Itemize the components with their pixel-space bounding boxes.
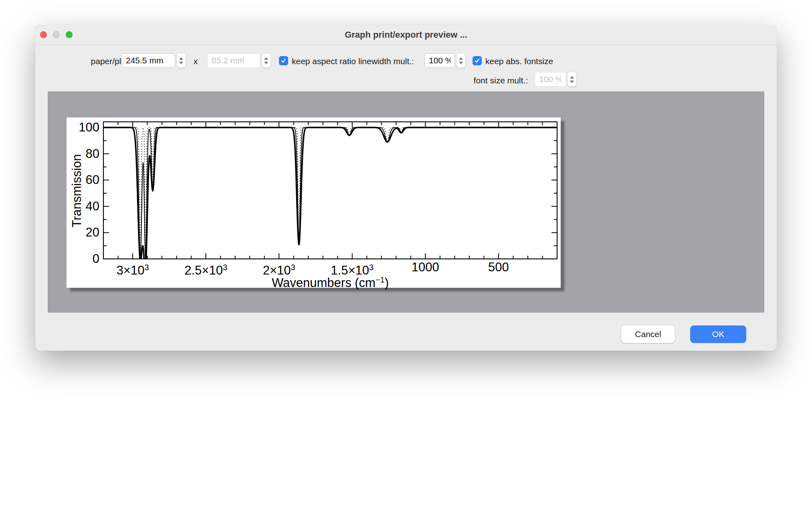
spectrum-plot: [67, 117, 561, 288]
keep-aspect-label: keep aspect ratio: [292, 56, 356, 67]
stepper-down-icon[interactable]: [459, 62, 463, 64]
cancel-button[interactable]: Cancel: [621, 325, 675, 343]
stepper-down-icon[interactable]: [264, 62, 268, 64]
keep-fontsize-checkbox[interactable]: [473, 56, 482, 65]
spectrum-curve: [103, 127, 557, 259]
titlebar: Graph print/export preview ...: [35, 25, 777, 45]
window-title: Graph print/export preview ...: [35, 25, 777, 44]
stepper-up-icon[interactable]: [459, 57, 463, 60]
spectrum-curve: [103, 127, 557, 259]
checkmark-icon: [281, 58, 287, 64]
checkmark-icon: [474, 58, 480, 64]
stepper-up-icon[interactable]: [179, 57, 183, 60]
linewidth-mult-input[interactable]: [424, 53, 455, 68]
keep-aspect-checkbox[interactable]: [279, 56, 288, 65]
fontsize-mult-input: [535, 72, 566, 87]
paper-width-input[interactable]: [121, 53, 175, 68]
ok-button-label: OK: [712, 329, 724, 339]
plot-paper: 0204060801003×1032.5×1032×1031.5×1031000…: [67, 117, 561, 288]
stepper-up-icon[interactable]: [264, 57, 268, 60]
dialog-window: Graph print/export preview ... paper/plo…: [35, 25, 777, 351]
linewidth-mult-stepper[interactable]: [456, 53, 465, 68]
fontsize-mult-label: font size mult.:: [436, 75, 528, 86]
preview-area: 0204060801003×1032.5×1032×1031.5×1031000…: [48, 91, 764, 313]
stepper-up-icon[interactable]: [570, 76, 574, 79]
size-times-label: x: [191, 56, 200, 67]
stepper-down-icon[interactable]: [570, 81, 574, 83]
cancel-button-label: Cancel: [635, 329, 661, 339]
keep-fontsize-label: keep abs. fontsize: [485, 56, 553, 67]
plot-frame: [103, 122, 557, 259]
paper-width-stepper[interactable]: [177, 53, 186, 68]
stepper-down-icon[interactable]: [179, 62, 183, 64]
fontsize-mult-stepper[interactable]: [568, 72, 576, 87]
paper-height-stepper[interactable]: [262, 53, 271, 68]
paper-height-input: [207, 53, 260, 68]
spectrum-curve: [103, 127, 557, 259]
linewidth-mult-label: linewidth mult.:: [358, 56, 414, 67]
ok-button[interactable]: OK: [690, 325, 746, 343]
